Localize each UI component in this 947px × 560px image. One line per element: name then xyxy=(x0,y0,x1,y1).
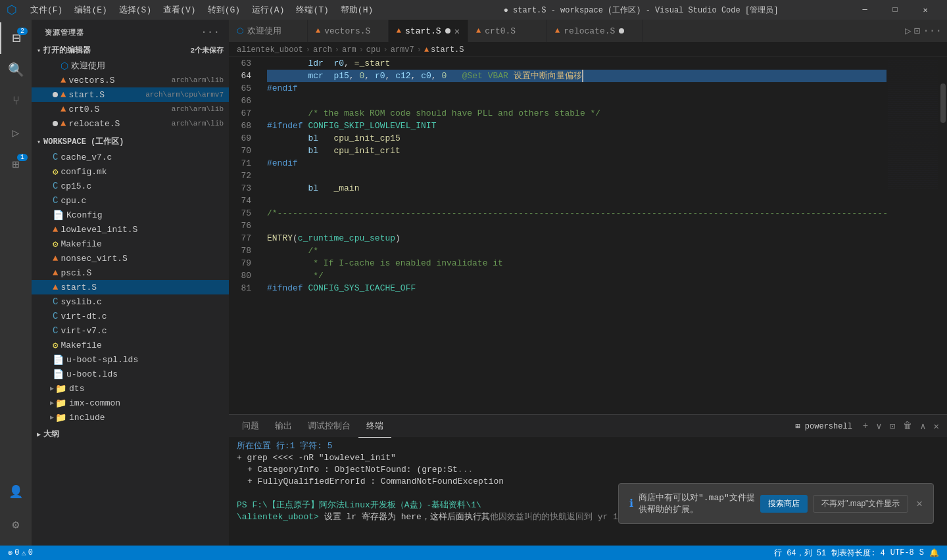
run-tab-btn[interactable]: ▷ xyxy=(905,24,911,37)
minimize-button[interactable]: ─ xyxy=(850,0,880,20)
tab-relocate[interactable]: ▲ relocate.S ✕ xyxy=(547,20,643,42)
tab-actions: ▷ ⊡ ··· xyxy=(900,20,947,42)
ws-makefile1[interactable]: ⚙ Makefile xyxy=(32,237,229,251)
ws-cp15[interactable]: C cp15.c xyxy=(32,179,229,193)
dismiss-button[interactable]: 不再对".map"文件显示 xyxy=(813,495,908,513)
start-tab-close[interactable]: ✕ xyxy=(454,26,460,37)
status-position[interactable]: 行 64，列 51 xyxy=(771,546,829,560)
ws-uboot-lds[interactable]: 📄 u-boot.lds xyxy=(32,367,229,381)
activity-search[interactable]: 🔍 xyxy=(0,54,32,85)
breadcrumb-cpu[interactable]: cpu xyxy=(366,45,381,55)
breadcrumb-sep2: › xyxy=(335,45,339,55)
debug-label: 调试控制台 xyxy=(308,420,351,432)
mk-file-icon: ⚙ xyxy=(53,166,58,177)
ws-uboot-spl[interactable]: 📄 u-boot-spl.lds xyxy=(32,352,229,367)
code-line-65: #endif xyxy=(267,82,886,95)
breadcrumb-alientek[interactable]: alientek_uboot xyxy=(237,45,303,55)
activity-account[interactable]: 👤 xyxy=(0,476,32,507)
menu-terminal[interactable]: 终端(T) xyxy=(291,3,333,17)
panel-tab-output[interactable]: 输出 xyxy=(267,415,300,438)
ws-folder-dts[interactable]: ▶ 📁 dts xyxy=(32,381,229,396)
window-controls: ─ □ ✕ xyxy=(850,0,940,20)
welcome-name: 欢迎使用 xyxy=(71,60,224,72)
terminal-more-btn[interactable]: ∨ xyxy=(873,418,884,434)
activity-explorer[interactable]: ⊟ 2 xyxy=(0,22,32,54)
status-notifications[interactable]: 🔔 xyxy=(927,546,942,560)
ws-start[interactable]: ▲ start.S xyxy=(32,280,229,294)
open-file-vectors[interactable]: ▲ vectors.S arch\arm\lib xyxy=(32,73,229,87)
ws-virt-v7[interactable]: C virt-v7.c xyxy=(32,323,229,338)
panel-tab-problems[interactable]: 问题 xyxy=(234,415,267,438)
status-language[interactable]: S xyxy=(917,546,927,560)
line-63: 63 xyxy=(229,57,256,70)
panel-close-btn[interactable]: ✕ xyxy=(931,418,942,434)
menu-view[interactable]: 查看(V) xyxy=(158,3,201,17)
scrollbar-thumb[interactable] xyxy=(940,83,946,123)
outline-section[interactable]: ▶ 大纲 xyxy=(32,426,229,442)
notification-close[interactable]: ✕ xyxy=(916,497,923,510)
open-file-relocate[interactable]: ▲ relocate.S arch\arm\lib xyxy=(32,116,229,131)
menu-goto[interactable]: 转到(G) xyxy=(203,3,245,17)
ws-cache-v7[interactable]: C cache_v7.c xyxy=(32,150,229,164)
tab-start[interactable]: ▲ start.S ✕ xyxy=(389,20,468,42)
activity-source-control[interactable]: ⑂ xyxy=(0,85,32,117)
split-terminal-btn[interactable]: ⊡ xyxy=(887,418,898,434)
ws-syslib[interactable]: C syslib.c xyxy=(32,294,229,309)
close-button[interactable]: ✕ xyxy=(910,0,940,20)
tab-welcome[interactable]: ⬡ 欢迎使用 ✕ xyxy=(229,20,308,42)
panel-tab-terminal[interactable]: 终端 xyxy=(358,415,391,438)
panel-maximize-btn[interactable]: ∧ xyxy=(917,418,928,434)
ws-psci[interactable]: ▲ psci.S xyxy=(32,266,229,280)
activity-run[interactable]: ▷ xyxy=(0,117,32,149)
code-line-80: */ xyxy=(267,269,886,282)
ws-kconfig[interactable]: 📄 Kconfig xyxy=(32,208,229,222)
open-editors-section[interactable]: ▾ 打开的编辑器 2个未保存 xyxy=(32,42,229,58)
tab-vectors[interactable]: ▲ vectors.S ✕ xyxy=(308,20,389,42)
activity-settings[interactable]: ⚙ xyxy=(0,509,32,540)
breadcrumb-start[interactable]: ▲start.S xyxy=(424,45,464,55)
main-layout: ⊟ 2 🔍 ⑂ ▷ ⊞ 1 👤 ⚙ 资源管理器 ··· xyxy=(0,20,947,546)
breadcrumb-arch[interactable]: arch xyxy=(313,45,332,55)
ws-lowlevel[interactable]: ▲ lowlevel_init.S xyxy=(32,222,229,237)
breadcrumb-arm[interactable]: arm xyxy=(342,45,356,55)
ws-nonsec[interactable]: ▲ nonsec_virt.S xyxy=(32,251,229,266)
open-file-start[interactable]: ▲ start.S arch\arm\cpu\armv7 xyxy=(32,87,229,102)
search-store-button[interactable]: 搜索商店 xyxy=(760,495,808,513)
workspace-section[interactable]: ▾ WORKSPACE (工作区) xyxy=(32,133,229,150)
new-terminal-btn[interactable]: + xyxy=(860,418,871,434)
ws-cpu[interactable]: C cpu.c xyxy=(32,193,229,208)
term-line-1: 所在位置 行:1 字符: 5 xyxy=(237,440,939,452)
start-path: arch\arm\cpu\armv7 xyxy=(145,91,224,99)
activity-extensions[interactable]: ⊞ 1 xyxy=(0,149,32,180)
lowlevel-name: lowlevel_init.S xyxy=(61,225,224,235)
crt0-path: arch\arm\lib xyxy=(172,105,224,113)
menu-edit[interactable]: 编辑(E) xyxy=(69,3,112,17)
more-tabs-btn[interactable]: ··· xyxy=(923,25,942,37)
status-spaces[interactable]: 制表符长度: 4 xyxy=(829,546,888,560)
code-content[interactable]: ldr r0, =_start mcr p15, 0, r0, c12, c0,… xyxy=(262,57,886,414)
code-editor[interactable]: 63 64 65 66 67 68 69 70 71 72 73 74 75 7… xyxy=(229,57,947,414)
split-editor-btn[interactable]: ⊡ xyxy=(914,24,921,37)
ws-virt-dt[interactable]: C virt-dt.c xyxy=(32,309,229,323)
status-errors[interactable]: ⊗ 0 ⚠ 0 xyxy=(5,546,36,560)
maximize-button[interactable]: □ xyxy=(880,0,910,20)
menu-selection[interactable]: 选择(S) xyxy=(114,3,157,17)
ws-folder-imx[interactable]: ▶ 📁 imx-common xyxy=(32,396,229,410)
panel-tab-debug[interactable]: 调试控制台 xyxy=(300,415,358,438)
sidebar-more-button[interactable]: ··· xyxy=(199,25,221,39)
explorer-badge: 2 xyxy=(17,28,28,35)
menu-file[interactable]: 文件(F) xyxy=(25,3,68,17)
open-file-welcome[interactable]: ⬡ 欢迎使用 xyxy=(32,58,229,73)
delete-terminal-btn[interactable]: 🗑 xyxy=(900,418,915,434)
menu-help[interactable]: 帮助(H) xyxy=(335,3,378,17)
open-file-crt0[interactable]: ▲ crt0.S arch\arm\lib xyxy=(32,102,229,116)
breadcrumb-sep1: › xyxy=(306,45,310,55)
ws-config-mk[interactable]: ⚙ config.mk xyxy=(32,164,229,179)
ws-folder-include[interactable]: ▶ 📁 include xyxy=(32,410,229,425)
ws-makefile2[interactable]: ⚙ Makefile xyxy=(32,338,229,352)
tab-crt0[interactable]: ▲ crt0.S ✕ xyxy=(468,20,547,42)
menu-run[interactable]: 运行(A) xyxy=(247,3,289,17)
breadcrumb-armv7[interactable]: armv7 xyxy=(391,45,414,55)
vertical-scrollbar[interactable] xyxy=(939,57,947,414)
status-encoding[interactable]: UTF-8 xyxy=(888,546,917,560)
